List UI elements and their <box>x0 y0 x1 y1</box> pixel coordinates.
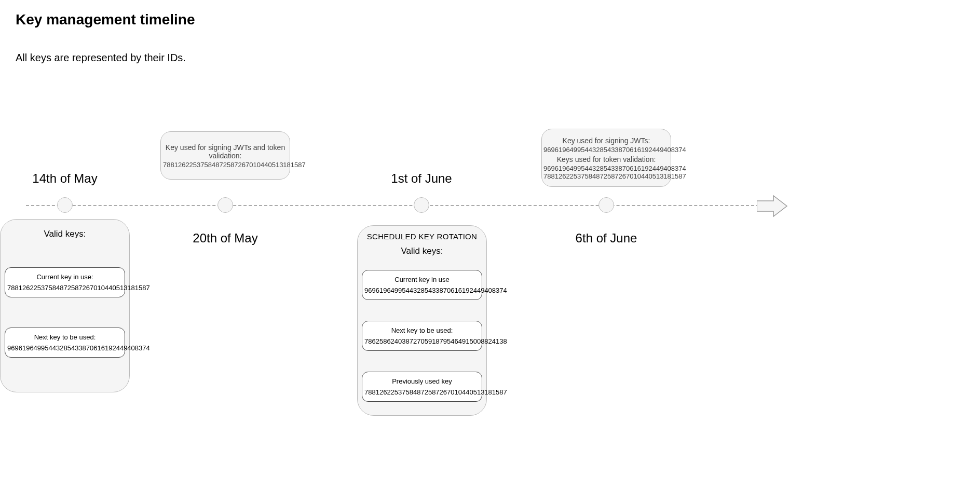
page-title: Key management timeline <box>16 11 195 28</box>
signing-card-june6-value1: 96961964995443285433870616192449408374 <box>543 146 669 154</box>
next-key-label-may14: Next key to be used: <box>7 333 122 341</box>
valid-keys-card-may14: Valid keys: Current key in use: 78812622… <box>0 219 130 392</box>
next-key-box-may14: Next key to be used: 9696196499544328543… <box>5 328 125 358</box>
timeline-node-june6 <box>598 197 614 213</box>
prev-key-value-june1: 78812622537584872587267010440513181587 <box>364 388 480 396</box>
date-label-june6: 6th of June <box>576 231 637 246</box>
current-key-box-may14: Current key in use: 78812622537584872587… <box>5 267 125 297</box>
current-key-value-june1: 96961964995443285433870616192449408374 <box>364 287 480 294</box>
prev-key-label-june1: Previously used key <box>364 377 480 385</box>
current-key-label-june1: Current key in use <box>364 276 480 283</box>
rotation-label-june1: SCHEDULED KEY ROTATION <box>360 232 484 241</box>
timeline-arrow-icon <box>757 194 788 221</box>
prev-key-box-june1: Previously used key 78812622537584872587… <box>362 372 482 402</box>
timeline-node-june1 <box>414 197 429 213</box>
signing-card-june6-label2: Keys used for token validation: <box>543 155 669 164</box>
current-key-value-may14: 78812622537584872587267010440513181587 <box>7 284 122 292</box>
valid-keys-card-june1: SCHEDULED KEY ROTATION Valid keys: Curre… <box>357 225 487 416</box>
date-label-june1: 1st of June <box>391 171 452 186</box>
next-key-box-june1: Next key to be used: 7862586240387270591… <box>362 321 482 351</box>
next-key-value-may14: 96961964995443285433870616192449408374 <box>7 344 122 352</box>
signing-card-june6: Key used for signing JWTs: 9696196499544… <box>541 129 671 187</box>
timeline-node-may14 <box>57 197 73 213</box>
date-label-may20: 20th of May <box>193 231 257 246</box>
signing-card-june6-value3: 78812622537584872587267010440513181587 <box>543 172 669 180</box>
signing-card-june6-value2: 96961964995443285433870616192449408374 <box>543 165 669 172</box>
signing-card-may20-value: 78812622537584872587267010440513181587 <box>163 161 288 169</box>
signing-card-may20: Key used for signing JWTs and token vali… <box>160 131 290 180</box>
current-key-label-may14: Current key in use: <box>7 273 122 281</box>
card-spacer <box>360 308 484 321</box>
card-spacer <box>360 359 484 372</box>
next-key-value-june1: 78625862403872705918795464915008824138 <box>364 337 480 345</box>
current-key-box-june1: Current key in use 969619649954432854338… <box>362 270 482 300</box>
page-subtitle: All keys are represented by their IDs. <box>16 52 186 64</box>
signing-card-june6-label1: Key used for signing JWTs: <box>543 137 669 145</box>
valid-keys-heading-may14: Valid keys: <box>3 229 127 239</box>
signing-card-may20-label: Key used for signing JWTs and token vali… <box>163 143 288 160</box>
timeline-node-may20 <box>217 197 233 213</box>
next-key-label-june1: Next key to be used: <box>364 326 480 334</box>
timeline-axis <box>26 205 759 206</box>
valid-keys-heading-june1: Valid keys: <box>360 246 484 256</box>
card-spacer <box>3 306 127 328</box>
date-label-may14: 14th of May <box>32 171 97 186</box>
